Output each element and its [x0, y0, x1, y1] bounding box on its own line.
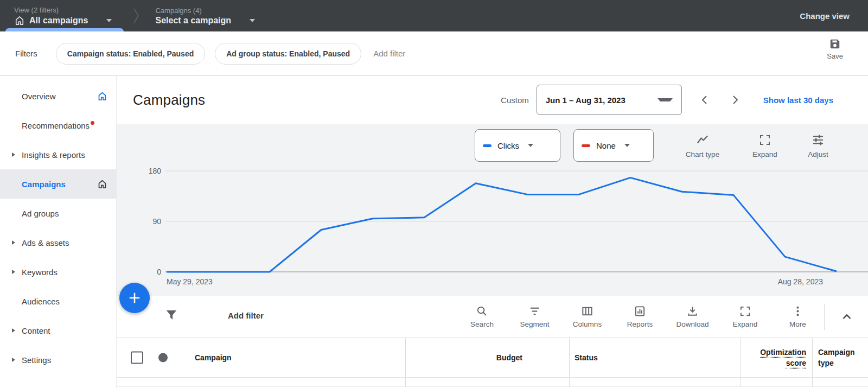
- change-view-button[interactable]: Change view: [800, 11, 850, 21]
- expand-button[interactable]: Expand: [719, 296, 771, 338]
- home-icon: [97, 179, 107, 189]
- more-button[interactable]: More: [771, 296, 824, 338]
- metric-primary-label: Clicks: [497, 141, 519, 150]
- toolbar-divider: [824, 304, 825, 330]
- top-navigation-bar: View (2 filters) All campaigns Campaigns…: [0, 0, 868, 31]
- segment-icon: [528, 305, 541, 317]
- download-icon: [686, 305, 699, 317]
- column-header-status[interactable]: Status: [570, 338, 741, 377]
- column-header-campaign[interactable]: Campaign: [117, 338, 406, 377]
- search-button[interactable]: Search: [456, 296, 508, 338]
- add-campaign-fab[interactable]: [119, 283, 150, 313]
- sidebar-item-overview[interactable]: Overview: [0, 81, 116, 111]
- date-range-value: Jun 1 – Aug 31, 2023: [546, 96, 626, 105]
- expand-chevron-icon[interactable]: [12, 358, 15, 362]
- filter-funnel-icon[interactable]: [164, 308, 178, 322]
- table-cell: [117, 378, 406, 386]
- column-header-budget[interactable]: Budget: [406, 338, 570, 377]
- collapse-table-button[interactable]: [834, 296, 860, 338]
- column-label: Optimization score: [741, 347, 806, 369]
- segment-label: Segment: [520, 320, 549, 328]
- campaigns-count-label: Campaigns (4): [155, 7, 255, 15]
- expand-chevron-icon[interactable]: [12, 152, 15, 157]
- column-label: Campaign: [195, 353, 232, 362]
- breadcrumb-view[interactable]: View (2 filters) All campaigns: [5, 0, 126, 31]
- page-title: Campaigns: [133, 92, 205, 109]
- performance-chart-panel: 090180May 29, 2023Aug 28, 2023 Clicks No…: [117, 124, 868, 296]
- notification-dot: [91, 121, 94, 125]
- chart-expand-label: Expand: [752, 150, 777, 158]
- metric-selector-primary[interactable]: Clicks: [475, 129, 560, 162]
- table-toolbar: Add filter SearchSegmentColumnsReportsDo…: [117, 296, 868, 338]
- select-all-checkbox[interactable]: [131, 352, 143, 364]
- date-range-picker[interactable]: Jun 1 – Aug 31, 2023: [537, 85, 682, 115]
- google-ads-app: View (2 filters) All campaigns Campaigns…: [0, 0, 868, 388]
- select-campaign-value: Select a campaign: [155, 16, 231, 26]
- reports-label: Reports: [627, 320, 653, 328]
- columns-icon: [581, 305, 593, 317]
- filter-chip-campaign-status[interactable]: Campaign status: Enabled, Paused: [56, 43, 205, 65]
- x-axis-end-label: Aug 28, 2023: [778, 277, 824, 286]
- sidebar-item-label: Recommendations: [22, 121, 90, 130]
- chart-adjust-label: Adjust: [808, 150, 828, 158]
- x-axis-start-label: May 29, 2023: [167, 277, 213, 286]
- sidebar-item-label: Campaigns: [22, 180, 66, 189]
- reports-button[interactable]: Reports: [614, 296, 666, 338]
- table-add-filter-link[interactable]: Add filter: [228, 311, 264, 320]
- sidebar-item-insights-reports[interactable]: Insights & reports: [0, 140, 116, 169]
- save-button[interactable]: Save: [827, 38, 843, 60]
- chart-type-icon: [696, 133, 709, 147]
- sidebar-item-recommendations[interactable]: Recommendations: [0, 111, 116, 140]
- chart-type-label: Chart type: [686, 150, 719, 158]
- sidebar-item-settings[interactable]: Settings: [0, 345, 116, 374]
- sidebar-item-content[interactable]: Content: [0, 316, 116, 345]
- chevron-down-icon: [658, 98, 673, 101]
- search-label: Search: [470, 320, 494, 328]
- sidebar-item-campaigns[interactable]: Campaigns: [0, 169, 116, 199]
- show-last-30-days-link[interactable]: Show last 30 days: [763, 96, 833, 105]
- sidebar-item-label: Insights & reports: [22, 150, 85, 160]
- previous-period-button[interactable]: [700, 95, 709, 105]
- column-header-optimization-score[interactable]: Optimization score: [741, 338, 813, 377]
- column-header-campaign-type[interactable]: Campaign type: [813, 338, 868, 377]
- plus-icon: [127, 291, 142, 305]
- add-filter-link[interactable]: Add filter: [373, 49, 405, 58]
- columns-button[interactable]: Columns: [561, 296, 614, 338]
- sidebar-item-keywords[interactable]: Keywords: [0, 257, 116, 287]
- sidebar-item-ad-groups[interactable]: Ad groups: [0, 199, 116, 228]
- segment-button[interactable]: Segment: [508, 296, 561, 338]
- chart-expand-button[interactable]: Expand: [743, 133, 787, 158]
- chevron-down-icon: [624, 144, 630, 147]
- chart-adjust-button[interactable]: Adjust: [796, 133, 840, 158]
- save-icon: [829, 38, 841, 50]
- view-filters-label: View (2 filters): [14, 6, 112, 14]
- breadcrumb-campaign-select[interactable]: Campaigns (4) Select a campaign: [146, 0, 269, 31]
- y-axis-tick-label: 0: [157, 268, 161, 276]
- date-range-mode: Custom: [501, 96, 529, 105]
- filter-chip-adgroup-status[interactable]: Ad group status: Enabled, Paused: [215, 43, 361, 65]
- expand-icon: [758, 133, 771, 147]
- sidebar-navigation: OverviewRecommendationsInsights & report…: [0, 76, 117, 388]
- adjust-icon: [812, 133, 825, 147]
- metric-selector-secondary[interactable]: None: [573, 129, 654, 162]
- y-axis-tick-label: 180: [149, 167, 162, 175]
- expand-chevron-icon[interactable]: [12, 270, 15, 274]
- expand-chevron-icon[interactable]: [12, 328, 15, 333]
- more-icon: [792, 305, 804, 317]
- more-label: More: [789, 320, 806, 328]
- column-label: Budget: [496, 353, 522, 362]
- sidebar-item-label: Keywords: [22, 268, 58, 277]
- next-period-button[interactable]: [731, 95, 739, 105]
- expand-label: Expand: [733, 320, 758, 328]
- search-icon: [476, 305, 488, 317]
- chart-type-button[interactable]: Chart type: [678, 133, 727, 158]
- download-button[interactable]: Download: [666, 296, 719, 338]
- content-header: Campaigns Custom Jun 1 – Aug 31, 2023 Sh…: [117, 76, 868, 124]
- series-color-swatch: [483, 144, 492, 147]
- chevron-down-icon: [106, 19, 112, 22]
- expand-chevron-icon[interactable]: [12, 240, 15, 245]
- chevron-down-icon: [250, 19, 255, 22]
- sidebar-item-audiences[interactable]: Audiences: [0, 287, 116, 316]
- expand-icon: [739, 305, 751, 317]
- sidebar-item-ads-assets[interactable]: Ads & assets: [0, 228, 116, 257]
